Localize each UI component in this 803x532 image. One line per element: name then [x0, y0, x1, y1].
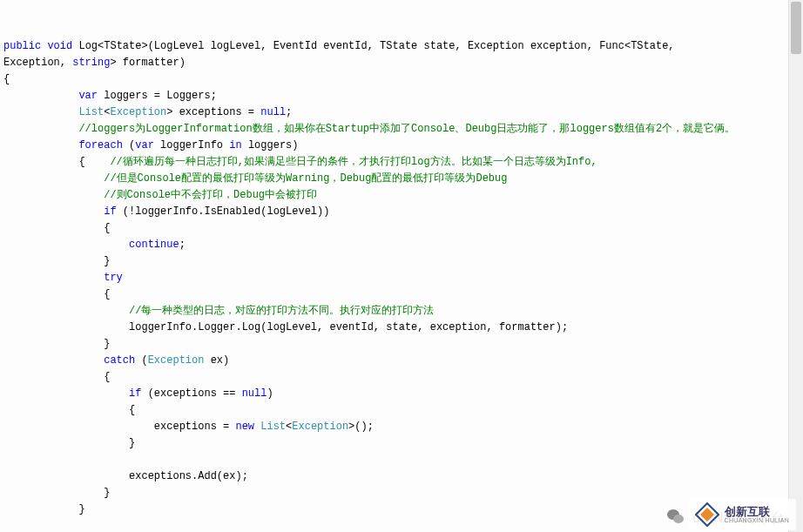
code-token: var [78, 90, 98, 102]
code-token: try [104, 272, 123, 284]
code-token [3, 239, 129, 251]
code-token: exceptions.Add(ex); [3, 470, 248, 482]
code-token: //每一种类型的日志，对应的打印方法不同。执行对应的打印方法 [129, 305, 434, 317]
code-line: { //循环遍历每一种日志打印,如果满足些日子的条件，才执行打印log方法。比如… [3, 154, 800, 171]
code-token: exceptions = [3, 421, 235, 433]
code-line: catch (Exception ex) [3, 353, 800, 369]
wechat-icon [666, 508, 685, 527]
code-token: } [3, 437, 135, 449]
code-token: new [235, 421, 254, 433]
scroll-thumb[interactable] [791, 2, 801, 54]
code-token: ; [179, 239, 186, 251]
code-token: List [78, 106, 104, 118]
code-token: Log<TState>(LogLevel logLevel, EventId e… [78, 40, 680, 52]
code-line: } [3, 435, 800, 452]
code-token: Exception, [3, 57, 72, 69]
code-token [3, 272, 104, 284]
code-line: continue; [3, 237, 800, 253]
code-line: //每一种类型的日志，对应的打印方法不同。执行对应的打印方法 [3, 303, 800, 320]
vertical-scrollbar[interactable] [788, 0, 803, 532]
code-token: } [3, 255, 110, 267]
code-token [3, 189, 104, 201]
code-line: //但是Console配置的最低打印等级为Warning，Debug配置的最低打… [3, 171, 800, 187]
code-token [3, 90, 78, 102]
code-token: foreach [78, 139, 122, 152]
code-token [3, 106, 78, 118]
code-token [3, 205, 104, 218]
watermark-logo: 创新互联 CHUANGXIN HULIAN [688, 499, 796, 530]
code-token: ) [267, 387, 273, 400]
code-token [3, 354, 104, 367]
code-token: null [260, 106, 286, 118]
code-line: if (!loggerInfo.IsEnabled(logLevel)) [3, 204, 800, 220]
code-line: { [3, 402, 800, 419]
code-token: { [3, 222, 110, 234]
code-token: { [3, 156, 110, 168]
logo-icon [695, 502, 719, 527]
code-line: try [3, 270, 800, 286]
code-token: void [47, 40, 72, 52]
code-token: >(); [348, 421, 374, 433]
code-line: //loggers为LoggerInformation数组，如果你在Startu… [3, 121, 800, 138]
code-token: loggers = Loggers; [98, 90, 217, 102]
code-line: exceptions = new List<Exception>(); [3, 419, 800, 435]
code-token: ( [135, 354, 147, 367]
code-block: public void Log<TState>(LogLevel logLeve… [0, 0, 803, 532]
code-token: if [129, 387, 141, 400]
code-line: loggerInfo.Logger.Log(logLevel, eventId,… [3, 320, 800, 336]
code-token: //loggers为LoggerInformation数组，如果你在Startu… [78, 123, 735, 135]
code-line: { [3, 286, 800, 303]
code-token [3, 387, 129, 400]
code-token: //循环遍历每一种日志打印,如果满足些日子的条件，才执行打印log方法。比如某一… [110, 156, 597, 168]
code-line: { [3, 71, 800, 88]
code-token [3, 454, 10, 466]
code-token [3, 123, 78, 135]
code-line: List<Exception> exceptions = null; [3, 104, 800, 121]
code-line: } [3, 336, 800, 353]
code-line: foreach (var loggerInfo in loggers) [3, 138, 800, 154]
code-token: { [3, 73, 10, 85]
code-token: { [3, 288, 110, 300]
code-token: ex) [204, 354, 229, 367]
code-token: loggerInfo [154, 139, 229, 152]
code-token: catch [104, 354, 135, 367]
code-line [3, 452, 800, 468]
code-line: { [3, 220, 800, 237]
code-line: var loggers = Loggers; [3, 88, 800, 104]
code-token: //但是Console配置的最低打印等级为Warning，Debug配置的最低打… [104, 172, 507, 185]
code-token [3, 305, 129, 317]
code-token: continue [129, 239, 179, 251]
code-token: (exceptions == [141, 387, 241, 400]
logo-text-cn: 创新互联 [725, 506, 789, 517]
code-token: ; [286, 106, 292, 118]
code-token: (!loggerInfo.IsEnabled(logLevel)) [117, 205, 330, 218]
code-token: var [135, 139, 154, 152]
code-token: } [3, 338, 110, 350]
code-line: public void Log<TState>(LogLevel logLeve… [3, 38, 800, 55]
code-token: > exceptions = [166, 106, 260, 118]
code-token: Exception [292, 421, 348, 433]
code-line: } [3, 253, 800, 270]
code-token: public [3, 40, 41, 52]
logo-text: 创新互联 CHUANGXIN HULIAN [725, 506, 789, 523]
code-token: if [104, 205, 116, 218]
code-line: } [3, 485, 800, 502]
logo-text-en: CHUANGXIN HULIAN [725, 517, 789, 523]
code-token: //则Console中不会打印，Debug中会被打印 [104, 189, 317, 201]
code-line: { [3, 369, 800, 386]
code-token [3, 172, 104, 185]
code-line: exceptions.Add(ex); [3, 468, 800, 485]
code-lines: public void Log<TState>(LogLevel logLeve… [3, 38, 800, 518]
code-token: Exception [148, 354, 205, 367]
code-line: //则Console中不会打印，Debug中会被打印 [3, 187, 800, 204]
code-token: { [3, 404, 135, 416]
code-token: loggerInfo.Logger.Log(logLevel, eventId,… [3, 321, 568, 333]
code-token: } [3, 487, 110, 499]
code-line: Exception, string> formatter) [3, 55, 800, 71]
code-token: List [260, 421, 286, 433]
svg-marker-1 [700, 508, 714, 522]
code-token: > formatter) [110, 57, 185, 69]
code-token: loggers) [242, 139, 299, 152]
code-token: null [242, 387, 267, 400]
code-token: Exception [110, 106, 166, 118]
